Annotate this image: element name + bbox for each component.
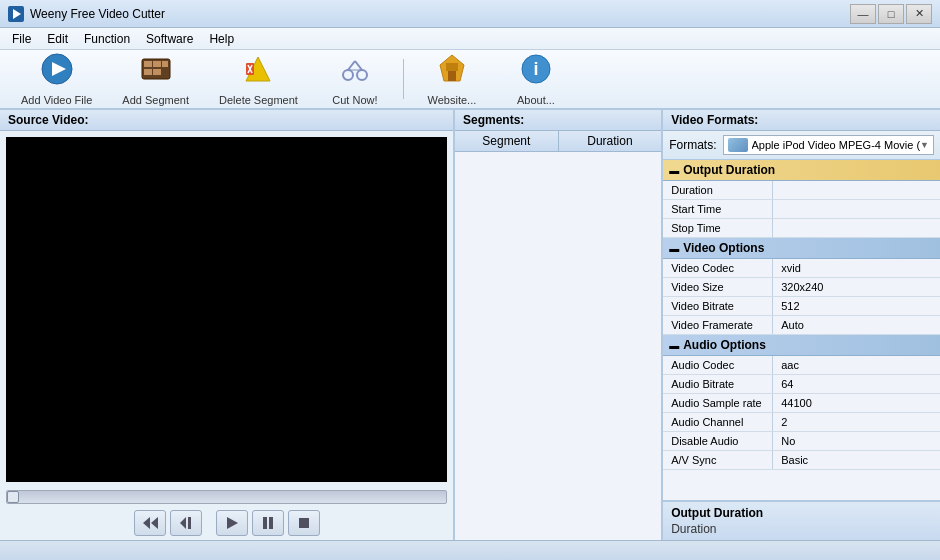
svg-point-14 (343, 70, 353, 80)
audio-options-title: Audio Options (683, 338, 766, 352)
source-video-header: Source Video: (0, 110, 453, 131)
prop-row-audio-codec: Audio Codec aac (663, 356, 940, 375)
main-content: Source Video: (0, 110, 940, 540)
prop-value-duration[interactable] (773, 181, 940, 199)
format-dropdown[interactable]: Apple iPod Video MPEG-4 Movie ( ▼ (723, 135, 934, 155)
menu-file[interactable]: File (4, 30, 39, 48)
segments-panel: Segments: Segment Duration (455, 110, 663, 540)
prop-name-audio-sample-rate: Audio Sample rate (663, 394, 773, 412)
prev-frame-button[interactable] (170, 510, 202, 536)
about-button[interactable]: i About... (496, 48, 576, 111)
close-button[interactable]: ✕ (906, 4, 932, 24)
prop-value-audio-channel[interactable]: 2 (773, 413, 940, 431)
output-duration-section-header: ▬ Output Duration (663, 160, 940, 181)
dropdown-arrow-icon: ▼ (920, 140, 929, 150)
cut-now-button[interactable]: Cut Now! (315, 48, 395, 111)
about-icon: i (520, 53, 552, 92)
prop-row-video-codec: Video Codec xvid (663, 259, 940, 278)
website-button[interactable]: Website... (412, 48, 492, 111)
prop-value-audio-codec[interactable]: aac (773, 356, 940, 374)
add-segment-label: Add Segment (122, 94, 189, 106)
prop-name-audio-bitrate: Audio Bitrate (663, 375, 773, 393)
add-video-file-button[interactable]: Add Video File (8, 48, 105, 111)
about-label: About... (517, 94, 555, 106)
play-button[interactable] (216, 510, 248, 536)
add-video-icon (41, 53, 73, 92)
cut-now-label: Cut Now! (332, 94, 377, 106)
format-icon (728, 138, 748, 152)
title-bar: Weeny Free Video Cutter — □ ✕ (0, 0, 940, 28)
svg-rect-27 (188, 517, 191, 529)
website-label: Website... (428, 94, 477, 106)
delete-segment-button[interactable]: Delete Segment (206, 48, 311, 111)
prop-name-audio-codec: Audio Codec (663, 356, 773, 374)
seek-thumb[interactable] (7, 491, 19, 503)
seek-bar-container (0, 488, 453, 506)
player-controls (0, 506, 453, 540)
svg-rect-8 (144, 69, 152, 75)
prop-value-av-sync[interactable]: Basic (773, 451, 940, 469)
prop-value-stop-time[interactable] (773, 219, 940, 237)
svg-rect-21 (446, 63, 458, 71)
stop-button[interactable] (288, 510, 320, 536)
prop-name-video-size: Video Size (663, 278, 773, 296)
prop-value-audio-sample-rate[interactable]: 44100 (773, 394, 940, 412)
format-value: Apple iPod Video MPEG-4 Movie ( (752, 139, 921, 151)
menu-help[interactable]: Help (201, 30, 242, 48)
audio-collapse-icon: ▬ (669, 340, 679, 351)
prop-value-video-codec[interactable]: xvid (773, 259, 940, 277)
app-icon (8, 6, 24, 22)
prop-name-video-codec: Video Codec (663, 259, 773, 277)
svg-point-15 (357, 70, 367, 80)
video-formats-panel: Video Formats: Formats: Apple iPod Video… (663, 110, 940, 540)
menu-edit[interactable]: Edit (39, 30, 76, 48)
prop-row-av-sync: A/V Sync Basic (663, 451, 940, 470)
prop-value-video-size[interactable]: 320x240 (773, 278, 940, 296)
prop-row-start-time: Start Time (663, 200, 940, 219)
prop-value-start-time[interactable] (773, 200, 940, 218)
collapse-icon: ▬ (669, 165, 679, 176)
delete-segment-icon (242, 53, 274, 92)
video-display (6, 137, 447, 482)
video-options-section-header: ▬ Video Options (663, 238, 940, 259)
website-icon (436, 53, 468, 92)
svg-line-16 (348, 61, 355, 70)
menu-bar: File Edit Function Software Help (0, 28, 940, 50)
video-collapse-icon: ▬ (669, 243, 679, 254)
properties-container: ▬ Output Duration Duration Start Time St… (663, 160, 940, 500)
svg-marker-25 (151, 517, 158, 529)
svg-marker-24 (143, 517, 150, 529)
source-video-panel: Source Video: (0, 110, 455, 540)
svg-text:i: i (533, 59, 538, 79)
svg-marker-26 (180, 517, 186, 529)
menu-software[interactable]: Software (138, 30, 201, 48)
prop-row-stop-time: Stop Time (663, 219, 940, 238)
menu-function[interactable]: Function (76, 30, 138, 48)
prop-row-audio-bitrate: Audio Bitrate 64 (663, 375, 940, 394)
svg-line-17 (355, 61, 362, 70)
rewind-button[interactable] (134, 510, 166, 536)
app-title: Weeny Free Video Cutter (30, 7, 850, 21)
output-duration-title: Output Duration (683, 163, 775, 177)
toolbar-separator (403, 59, 404, 99)
prop-value-audio-bitrate[interactable]: 64 (773, 375, 940, 393)
seek-bar[interactable] (6, 490, 447, 504)
maximize-button[interactable]: □ (878, 4, 904, 24)
prop-value-video-bitrate[interactable]: 512 (773, 297, 940, 315)
output-duration-bottom-panel: Output Duration Duration (663, 500, 940, 540)
prop-row-video-bitrate: Video Bitrate 512 (663, 297, 940, 316)
prop-name-start-time: Start Time (663, 200, 773, 218)
prop-row-disable-audio: Disable Audio No (663, 432, 940, 451)
segments-table-header: Segment Duration (455, 131, 661, 152)
add-segment-icon (140, 53, 172, 92)
svg-rect-9 (153, 69, 161, 75)
status-bar (0, 540, 940, 560)
minimize-button[interactable]: — (850, 4, 876, 24)
prop-value-video-framerate[interactable]: Auto (773, 316, 940, 334)
pause-button[interactable] (252, 510, 284, 536)
prop-row-duration: Duration (663, 181, 940, 200)
video-formats-header: Video Formats: (663, 110, 940, 131)
prop-value-disable-audio[interactable]: No (773, 432, 940, 450)
add-segment-button[interactable]: Add Segment (109, 48, 202, 111)
add-video-file-label: Add Video File (21, 94, 92, 106)
